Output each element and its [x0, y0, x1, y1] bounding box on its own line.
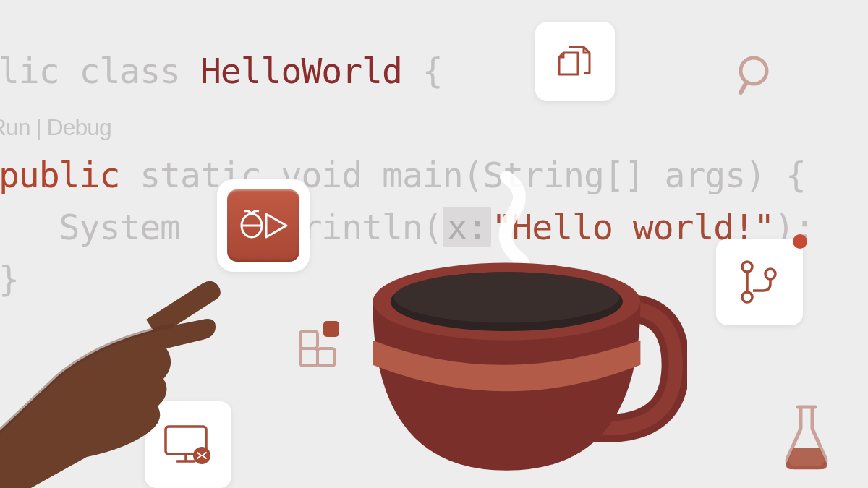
- code-line-2: public static void main(String[] args) {: [0, 155, 806, 195]
- notification-dot-icon: [793, 234, 807, 249]
- search-icon[interactable]: [731, 51, 781, 104]
- pointing-hand-icon: [0, 195, 260, 488]
- coffee-cup-icon: [347, 224, 687, 488]
- svg-point-10: [765, 269, 775, 279]
- svg-point-9: [742, 292, 752, 302]
- files-icon: [553, 40, 597, 83]
- extensions-icon[interactable]: [293, 311, 351, 372]
- svg-point-8: [742, 262, 752, 272]
- svg-point-18: [394, 272, 620, 322]
- svg-rect-7: [323, 321, 339, 337]
- svg-rect-6: [318, 348, 335, 366]
- codelens-run-debug[interactable]: Run | Debug: [0, 114, 111, 140]
- git-branch-icon: [734, 257, 785, 307]
- svg-rect-5: [300, 348, 318, 366]
- svg-line-1: [741, 82, 746, 93]
- source-control-card[interactable]: [716, 239, 803, 325]
- svg-rect-4: [300, 331, 318, 348]
- testing-beaker-icon[interactable]: [778, 401, 835, 473]
- explorer-files-card[interactable]: [535, 22, 615, 101]
- class-name: HelloWorld: [200, 51, 402, 91]
- code-line-1: blic class HelloWorld {: [0, 51, 443, 91]
- svg-point-0: [741, 58, 767, 84]
